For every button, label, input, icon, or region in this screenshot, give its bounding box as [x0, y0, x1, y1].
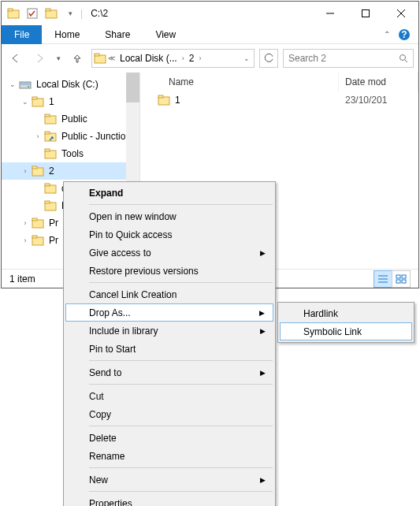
address-bar[interactable]: ≪ Local Disk (... › 2 › ⌄: [91, 49, 255, 68]
address-dropdown-icon[interactable]: ⌄: [243, 54, 250, 62]
menu-cut[interactable]: Cut: [65, 387, 273, 405]
submenu-symbolic-link[interactable]: Symbolic Link: [280, 322, 412, 340]
svg-rect-37: [158, 95, 163, 98]
column-name[interactable]: Name: [140, 73, 339, 91]
thumbnails-view-button[interactable]: [392, 270, 411, 288]
menu-send-to[interactable]: Send to▶: [65, 363, 273, 381]
tree-label: Public: [58, 113, 87, 125]
forward-button[interactable]: [30, 49, 49, 68]
menu-restore[interactable]: Restore previous versions: [65, 262, 273, 280]
tab-home[interactable]: Home: [42, 26, 92, 43]
menu-separator: [89, 491, 273, 492]
submenu-hardlink[interactable]: Hardlink: [280, 304, 412, 322]
folder-icon: [5, 5, 22, 22]
menu-separator: [89, 360, 273, 361]
menu-pin-start[interactable]: Pin to Start: [65, 340, 273, 358]
menu-include-library[interactable]: Include in library▶: [65, 322, 273, 340]
tree-item[interactable]: Public: [2, 110, 139, 128]
tree-label: Pr: [46, 235, 58, 246]
tree-label: 1: [46, 96, 54, 107]
tree-twisty-icon[interactable]: ⌄: [20, 98, 30, 106]
folder-icon: [44, 147, 57, 160]
tree-item[interactable]: Tools: [2, 145, 139, 162]
details-view-button[interactable]: [374, 270, 392, 288]
menu-rename[interactable]: Rename: [65, 447, 273, 465]
menu-copy[interactable]: Copy: [65, 405, 273, 423]
menu-separator: [89, 204, 273, 205]
svg-rect-31: [45, 201, 50, 203]
chevron-right-icon[interactable]: ›: [182, 54, 184, 62]
chevron-right-icon: ▶: [259, 309, 265, 317]
chevron-right-icon: ▶: [260, 476, 266, 484]
refresh-button[interactable]: [259, 49, 278, 68]
svg-text:?: ?: [401, 29, 407, 40]
svg-point-13: [400, 55, 406, 61]
menu-cancel-link[interactable]: Cancel Link Creation: [65, 285, 273, 303]
tab-file[interactable]: File: [2, 25, 42, 44]
svg-rect-29: [45, 184, 50, 186]
menu-separator: [89, 467, 273, 468]
tab-share[interactable]: Share: [92, 26, 143, 43]
tree-twisty-icon[interactable]: ⌄: [8, 80, 17, 88]
help-icon[interactable]: ?: [395, 25, 414, 44]
maximize-button[interactable]: [348, 2, 383, 25]
submenu-drop-as: Hardlink Symbolic Link: [277, 302, 414, 343]
tree-label: 2: [46, 166, 54, 177]
up-button[interactable]: [68, 49, 87, 68]
properties-icon[interactable]: [24, 5, 41, 22]
menu-separator: [89, 426, 273, 426]
close-button[interactable]: [383, 2, 418, 25]
menu-drop-as[interactable]: Drop As...▶: [65, 303, 273, 322]
svg-rect-12: [95, 54, 99, 56]
tree-twisty-icon[interactable]: ›: [20, 236, 30, 244]
chevron-right-icon: ▶: [260, 369, 266, 377]
back-button[interactable]: [6, 49, 25, 68]
menu-separator: [89, 384, 273, 385]
minimize-button[interactable]: [312, 2, 348, 25]
recent-chevron-icon[interactable]: ▾: [54, 49, 63, 68]
menu-delete[interactable]: Delete: [65, 429, 273, 447]
menu-give-access[interactable]: Give access to▶: [65, 244, 273, 262]
tree-item[interactable]: ⌄Local Disk (C:): [2, 76, 139, 93]
svg-rect-6: [362, 10, 369, 17]
ribbon-chevron-icon[interactable]: ⌃: [384, 30, 390, 39]
tree-twisty-icon[interactable]: ›: [20, 167, 30, 175]
menu-new[interactable]: New▶: [65, 471, 273, 489]
chevron-right-icon[interactable]: ›: [199, 54, 201, 62]
folder-icon: [44, 182, 57, 195]
tree-item[interactable]: ›2: [2, 162, 139, 180]
folder-icon: [32, 95, 44, 108]
junction-icon: [44, 130, 57, 143]
chevron-right-icon: ▶: [260, 327, 266, 335]
disk-icon: [19, 78, 32, 91]
search-placeholder: Search 2: [288, 53, 396, 64]
navbar: ▾ ≪ Local Disk (... › 2 › ⌄ Search 2: [2, 44, 418, 73]
tree-item[interactable]: ⌄1: [2, 93, 139, 110]
file-date: 23/10/201: [339, 95, 418, 106]
tree-label: Pr: [46, 218, 58, 229]
menu-properties[interactable]: Properties: [65, 494, 273, 506]
svg-rect-43: [396, 280, 400, 283]
column-date[interactable]: Date mod: [339, 73, 418, 91]
list-item[interactable]: 123/10/201: [140, 91, 418, 109]
menu-pin-quick-access[interactable]: Pin to Quick access: [65, 225, 273, 244]
svg-rect-23: [45, 132, 50, 134]
chevron-left-icon[interactable]: ≪: [108, 54, 115, 62]
svg-rect-27: [32, 166, 37, 169]
new-folder-icon[interactable]: [43, 5, 60, 22]
svg-rect-35: [32, 236, 37, 238]
tree-item[interactable]: ›Public - Junction: [2, 128, 139, 145]
tab-view[interactable]: View: [143, 26, 188, 43]
search-input[interactable]: Search 2: [283, 49, 414, 68]
svg-rect-21: [45, 114, 50, 117]
item-count: 1 item: [9, 273, 35, 285]
folder-icon: [44, 199, 57, 212]
menu-open-new-window[interactable]: Open in new window: [65, 207, 273, 225]
svg-rect-44: [402, 280, 406, 283]
tree-twisty-icon[interactable]: ›: [20, 219, 30, 227]
svg-rect-19: [32, 97, 37, 99]
menu-expand[interactable]: Expand: [65, 184, 273, 202]
qat-chevron-icon[interactable]: ▾: [61, 5, 79, 22]
tree-label: Local Disk (C:): [33, 79, 98, 90]
tree-twisty-icon[interactable]: ›: [33, 132, 43, 140]
